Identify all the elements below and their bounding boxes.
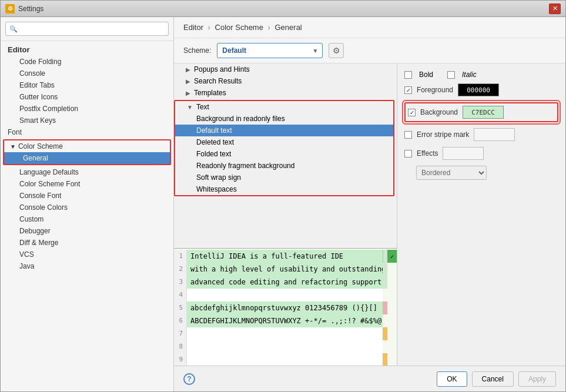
check-mark: ✓ xyxy=(387,250,397,263)
main-panel: Editor › Color Scheme › General Scheme: … xyxy=(174,17,565,391)
tree-item-popups[interactable]: ▶ Popups and Hints xyxy=(174,63,397,75)
breadcrumb-sep2: › xyxy=(268,23,273,32)
breadcrumb: Editor › Color Scheme › General xyxy=(174,17,565,38)
error-stripe-checkbox[interactable] xyxy=(404,131,412,139)
search-box: 🔍 xyxy=(1,17,173,41)
scrollbar-mark xyxy=(383,263,387,276)
sidebar-item-color-scheme-font[interactable]: Color Scheme Font xyxy=(1,178,173,190)
tree-item-readonly-fragment[interactable]: Readonly fragment background xyxy=(175,160,393,172)
foreground-label: Foreground xyxy=(417,86,453,94)
tree-item-label: Whitespaces xyxy=(196,185,237,193)
tree-item-soft-wrap[interactable]: Soft wrap sign xyxy=(175,172,393,183)
help-button[interactable]: ? xyxy=(183,373,195,385)
sidebar-item-color-scheme[interactable]: ▼ Color Scheme xyxy=(4,140,170,152)
effects-color[interactable] xyxy=(443,147,484,160)
tree-item-label: Popups and Hints xyxy=(194,65,250,73)
scheme-select[interactable]: Default Darcula High contrast xyxy=(217,43,323,58)
tree-item-search-results[interactable]: ▶ Search Results xyxy=(174,75,397,87)
sidebar-item-debugger[interactable]: Debugger xyxy=(1,225,173,237)
tree-item-bg-readonly[interactable]: Background in readonly files xyxy=(175,113,393,125)
sidebar-item-smart-keys[interactable]: Smart Keys xyxy=(1,115,173,126)
pad xyxy=(387,353,397,366)
sidebar-item-editor-tabs[interactable]: Editor Tabs xyxy=(1,79,173,91)
bold-checkbox[interactable] xyxy=(404,71,412,79)
background-color-swatch[interactable]: C7EDCC xyxy=(463,106,504,119)
scrollbar-mark xyxy=(383,353,387,366)
error-stripe-color[interactable] xyxy=(474,128,515,141)
apply-button[interactable]: Apply xyxy=(518,371,556,387)
tree-item-folded-text[interactable]: Folded text xyxy=(175,148,393,160)
scheme-row: Scheme: Default Darcula High contrast ▼ … xyxy=(174,38,565,63)
cancel-button[interactable]: Cancel xyxy=(472,371,514,387)
scrollbar-mark xyxy=(383,250,387,263)
search-input[interactable] xyxy=(5,22,169,36)
italic-label: Italic xyxy=(462,71,477,79)
window-title: Settings xyxy=(18,5,549,13)
error-stripe-row: Error stripe mark xyxy=(404,128,558,141)
breadcrumb-general: General xyxy=(275,23,302,32)
right-options-panel: Bold Italic Foreground 000000 Background xyxy=(397,63,565,366)
tree-item-templates[interactable]: ▶ Templates xyxy=(174,87,397,99)
sidebar-item-console[interactable]: Console xyxy=(1,68,173,79)
sidebar-item-general[interactable]: General xyxy=(4,152,170,164)
pad xyxy=(387,314,397,327)
foreground-row: Foreground 000000 xyxy=(404,83,558,96)
scheme-select-wrapper: Default Darcula High contrast ▼ xyxy=(217,43,323,58)
effects-type-select[interactable]: Bordered Underline Wave underline xyxy=(416,166,487,180)
foreground-color-swatch[interactable]: 000000 xyxy=(458,83,499,96)
effects-checkbox[interactable] xyxy=(404,150,412,158)
tree-item-text[interactable]: ▼ Text xyxy=(175,101,393,113)
settings-window: ⚙ Settings ✕ 🔍 Editor Code Folding Conso… xyxy=(0,0,566,392)
background-row: Background C7EDCC xyxy=(404,102,558,122)
sidebar-item-postfix-completion[interactable]: Postfix Completion xyxy=(1,103,173,115)
ok-button[interactable]: OK xyxy=(437,371,467,387)
sidebar-item-java[interactable]: Java xyxy=(1,260,173,272)
color-scheme-label: Color Scheme xyxy=(18,142,63,150)
tree-panel: ▶ Popups and Hints ▶ Search Results ▶ Te… xyxy=(174,63,397,366)
preview-line-2: 2 with a high level of usability and out… xyxy=(174,263,397,276)
italic-checkbox[interactable] xyxy=(447,71,455,79)
sidebar-item-custom[interactable]: Custom xyxy=(1,213,173,225)
sidebar-item-diff-merge[interactable]: Diff & Merge xyxy=(1,237,173,249)
gear-button[interactable]: ⚙ xyxy=(329,43,344,58)
tree-item-default-text[interactable]: Default text xyxy=(175,125,393,136)
background-checkbox[interactable] xyxy=(408,109,416,116)
error-stripe-label: Error stripe mark xyxy=(417,130,469,139)
tree-item-label: Default text xyxy=(196,126,232,135)
tree-item-label: Templates xyxy=(194,89,226,97)
color-scheme-arrow: ▼ xyxy=(10,143,16,150)
tree-item-deleted-text[interactable]: Deleted text xyxy=(175,136,393,148)
pad xyxy=(387,276,397,289)
scrollbar-mark xyxy=(383,327,387,340)
scrollbar-mark xyxy=(383,314,387,327)
background-label: Background xyxy=(420,108,458,116)
sidebar-item-gutter-icons[interactable]: Gutter Icons xyxy=(1,91,173,103)
foreground-checkbox[interactable] xyxy=(404,86,412,94)
close-button[interactable]: ✕ xyxy=(549,4,561,14)
effects-label: Effects xyxy=(417,149,438,158)
pad xyxy=(387,301,397,314)
title-bar: ⚙ Settings ✕ xyxy=(1,1,565,17)
sidebar-item-editor[interactable]: Editor xyxy=(1,43,173,56)
sidebar-item-language-defaults[interactable]: Language Defaults xyxy=(1,166,173,178)
sidebar-item-code-folding[interactable]: Code Folding xyxy=(1,56,173,68)
preview-panel: 1 IntelliJ IDEA is a full-featured IDE ✓… xyxy=(174,248,397,366)
sidebar-item-console-colors[interactable]: Console Colors xyxy=(1,202,173,213)
preview-content: 1 IntelliJ IDEA is a full-featured IDE ✓… xyxy=(174,249,397,366)
bottom-bar: ? OK Cancel Apply xyxy=(174,366,565,391)
sidebar-item-vcs[interactable]: VCS xyxy=(1,249,173,260)
tree-item-whitespaces[interactable]: Whitespaces xyxy=(175,183,393,195)
breadcrumb-sep1: › xyxy=(208,23,213,32)
sidebar-item-console-font[interactable]: Console Font xyxy=(1,190,173,202)
scrollbar-mark xyxy=(383,276,387,289)
preview-line-1: 1 IntelliJ IDEA is a full-featured IDE ✓ xyxy=(174,250,397,263)
tree-item-label: Deleted text xyxy=(196,138,234,146)
pad xyxy=(387,289,397,301)
preview-line-6: 6 ABCDEFGHIJKLMNOPQRSTUVWXYZ +-*/= .,;:!… xyxy=(174,314,397,327)
tree-list: ▶ Popups and Hints ▶ Search Results ▶ Te… xyxy=(174,63,397,248)
breadcrumb-editor: Editor xyxy=(183,23,203,32)
effects-row: Effects xyxy=(404,147,558,160)
sidebar-item-font[interactable]: Font xyxy=(1,126,173,138)
effects-type-row: Bordered Underline Wave underline xyxy=(404,166,558,180)
preview-line-8: 8 xyxy=(174,340,397,353)
